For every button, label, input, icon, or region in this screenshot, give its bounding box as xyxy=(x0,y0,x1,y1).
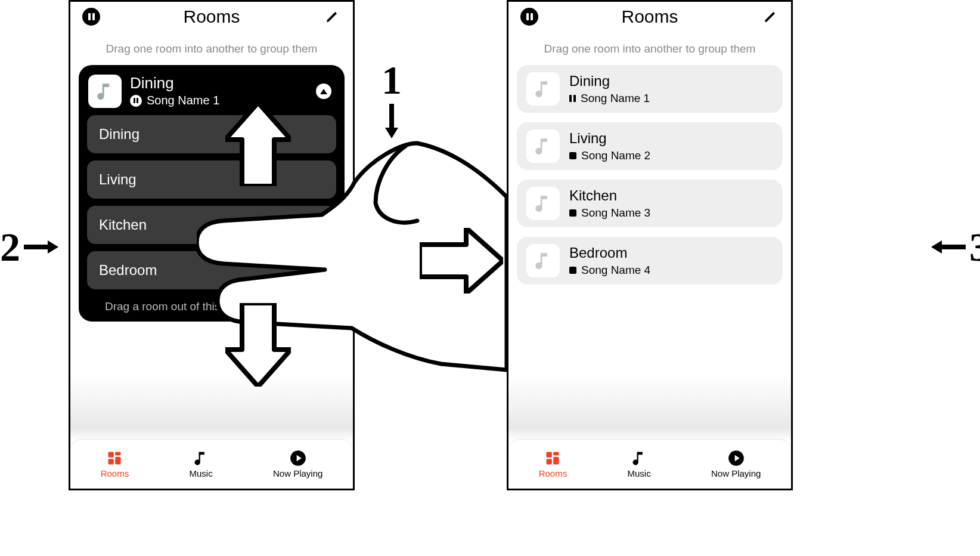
rooms-icon xyxy=(544,450,561,467)
group-title: Dining xyxy=(130,75,219,91)
tab-label: Now Playing xyxy=(711,468,761,478)
tab-label: Rooms xyxy=(101,468,129,478)
tab-now-playing[interactable]: Now Playing xyxy=(273,450,322,478)
tab-music[interactable]: Music xyxy=(627,450,650,478)
album-art xyxy=(88,75,122,108)
room-card[interactable]: Bedroom Song Name 4 xyxy=(517,237,783,285)
callout-number: 2 xyxy=(0,227,20,267)
tab-label: Music xyxy=(189,468,212,478)
room-song: Song Name 3 xyxy=(581,206,650,220)
arrow-down-icon xyxy=(384,104,399,140)
edit-button[interactable] xyxy=(760,7,780,27)
room-card[interactable]: Kitchen Song Name 3 xyxy=(517,180,783,227)
grouped-room-item[interactable]: Living xyxy=(87,160,336,199)
page-title: Rooms xyxy=(621,7,678,27)
tab-now-playing[interactable]: Now Playing xyxy=(711,450,761,478)
stop-icon xyxy=(569,152,576,159)
pause-icon xyxy=(130,95,142,107)
pause-icon xyxy=(520,8,538,26)
music-icon xyxy=(193,450,209,467)
grouped-room-item[interactable]: Bedroom xyxy=(87,251,336,289)
album-art xyxy=(526,129,560,163)
tab-label: Music xyxy=(627,468,650,478)
callout-number: 3 xyxy=(969,227,980,267)
callout-3: 3 xyxy=(930,227,980,267)
phone-screen-ungrouped: Rooms Drag one room into another to grou… xyxy=(507,0,793,490)
svg-rect-6 xyxy=(554,452,559,456)
tab-rooms[interactable]: Rooms xyxy=(539,450,567,478)
page-title: Rooms xyxy=(183,7,240,27)
tab-rooms[interactable]: Rooms xyxy=(101,450,129,478)
stop-icon xyxy=(569,209,576,217)
arrow-right-icon xyxy=(24,239,60,255)
room-song: Song Name 1 xyxy=(581,92,650,105)
room-card[interactable]: Living Song Name 2 xyxy=(517,122,783,170)
svg-rect-0 xyxy=(108,452,114,458)
content: Dining Song Name 1 Living Song Name 2 xyxy=(508,59,791,489)
svg-rect-1 xyxy=(116,452,121,456)
album-art xyxy=(526,72,560,106)
edit-button[interactable] xyxy=(322,7,342,27)
header: Rooms xyxy=(508,2,791,32)
room-song: Song Name 2 xyxy=(581,149,650,162)
group-song-label: Song Name 1 xyxy=(147,94,219,107)
album-art xyxy=(526,187,560,220)
content: Dining Song Name 1 Dining Living Kitchen… xyxy=(70,59,353,489)
room-name: Bedroom xyxy=(569,245,650,261)
rooms-icon xyxy=(106,450,123,467)
grouped-room-item[interactable]: Kitchen xyxy=(87,206,336,244)
drag-hint: Drag one room into another to group them xyxy=(70,42,353,55)
music-note-icon xyxy=(533,79,553,99)
callout-number: 1 xyxy=(382,60,402,100)
pencil-icon xyxy=(325,10,339,24)
phone-screen-grouped: Rooms Drag one room into another to grou… xyxy=(69,0,355,490)
room-name: Kitchen xyxy=(569,187,650,204)
room-name: Living xyxy=(569,130,650,147)
svg-rect-7 xyxy=(554,457,559,465)
album-art xyxy=(526,244,560,277)
speaker-indicator-icon xyxy=(316,84,331,99)
svg-rect-3 xyxy=(108,459,114,464)
music-note-icon xyxy=(533,251,553,271)
tab-label: Now Playing xyxy=(273,468,322,478)
group-now-playing: Song Name 1 xyxy=(130,94,219,107)
music-note-icon xyxy=(95,81,115,101)
room-group-card[interactable]: Dining Song Name 1 Dining Living Kitchen… xyxy=(79,65,345,322)
room-card[interactable]: Dining Song Name 1 xyxy=(517,65,783,113)
block-arrow-right-icon xyxy=(420,228,503,294)
pause-button[interactable] xyxy=(81,7,101,27)
header: Rooms xyxy=(70,2,353,32)
room-name: Dining xyxy=(569,73,650,89)
pause-icon xyxy=(569,95,576,102)
pause-button[interactable] xyxy=(519,7,539,27)
music-icon xyxy=(631,450,647,467)
music-note-icon xyxy=(533,193,553,214)
callout-2: 2 xyxy=(0,227,60,267)
pause-icon xyxy=(82,8,100,26)
play-icon xyxy=(290,450,306,467)
svg-rect-5 xyxy=(547,452,552,458)
group-footer-hint: Drag a room out of this group to ungroup… xyxy=(87,300,336,313)
tab-bar: Rooms Music Now Playing xyxy=(70,440,353,489)
tab-music[interactable]: Music xyxy=(189,450,212,478)
drag-hint: Drag one room into another to group them xyxy=(508,42,791,55)
music-note-icon xyxy=(533,136,553,156)
pencil-icon xyxy=(763,10,777,24)
tab-bar: Rooms Music Now Playing xyxy=(508,440,791,489)
svg-rect-8 xyxy=(547,459,552,464)
group-header: Dining Song Name 1 xyxy=(88,75,335,108)
tab-label: Rooms xyxy=(539,468,567,478)
room-song: Song Name 4 xyxy=(581,264,650,277)
play-icon xyxy=(728,450,745,467)
arrow-left-icon xyxy=(930,239,966,255)
callout-1: 1 xyxy=(382,60,402,140)
stop-icon xyxy=(569,267,576,274)
svg-rect-2 xyxy=(116,457,121,465)
grouped-room-item[interactable]: Dining xyxy=(87,115,336,153)
